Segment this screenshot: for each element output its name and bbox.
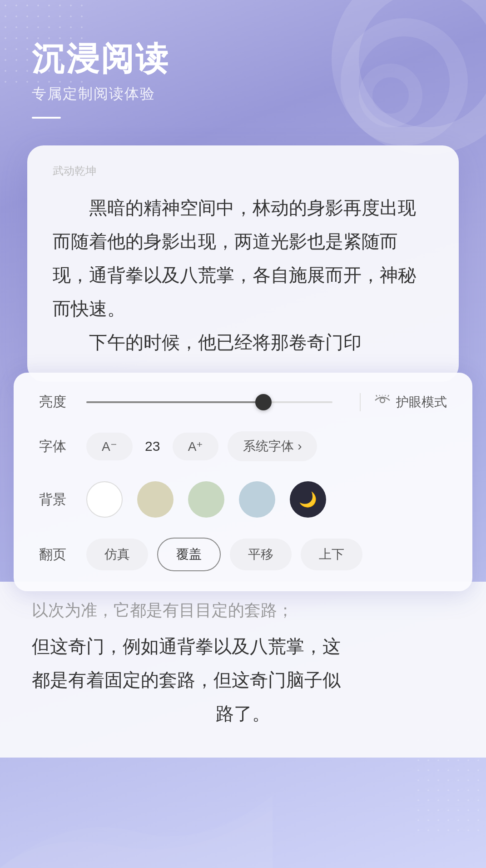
- page-btn-simulated[interactable]: 仿真: [86, 539, 148, 570]
- background-options: 🌙: [86, 481, 326, 518]
- slider-thumb[interactable]: [255, 394, 272, 410]
- font-type-button[interactable]: 系统字体 ›: [228, 431, 317, 461]
- page-label: 翻页: [39, 545, 75, 564]
- slider-track[interactable]: [86, 401, 332, 403]
- brightness-row: 亮度: [39, 393, 447, 411]
- reading-text: 黑暗的精神空间中，林动的身影再度出现而随着他的身影出现，两道光影也是紧随而现，通…: [53, 191, 433, 359]
- moon-icon: 🌙: [299, 491, 317, 508]
- eye-icon: [374, 395, 391, 409]
- bottom-reading-card: 以次为准，它都是有目目定的套路； 但这奇门，例如通背拳以及八荒掌，这 都是有着固…: [0, 582, 486, 758]
- reading-paragraph-2: 下午的时候，他已经将那卷奇门印: [53, 325, 433, 359]
- svg-line-4: [385, 395, 386, 396]
- font-size-display: 23: [142, 439, 164, 454]
- font-increase-button[interactable]: A⁺: [173, 433, 219, 460]
- bg-option-beige[interactable]: [137, 481, 174, 518]
- app-title: 沉浸阅读: [32, 41, 170, 77]
- bottom-line-1: 但这奇门，例如通背拳以及八荒掌，这: [32, 629, 454, 663]
- page-row: 翻页 仿真 覆盖 平移 上下: [39, 538, 447, 571]
- page-content: 仿真 覆盖 平移 上下: [86, 538, 447, 571]
- bg-option-green[interactable]: [188, 481, 224, 518]
- page-options: 仿真 覆盖 平移 上下: [86, 538, 362, 571]
- bg-option-blue[interactable]: [239, 481, 275, 518]
- bg-option-dark[interactable]: 🌙: [290, 481, 326, 518]
- background-label: 背景: [39, 490, 75, 509]
- font-controls: A⁻ 23 A⁺ 系统字体 ›: [86, 431, 447, 461]
- background-row: 背景 🌙: [39, 481, 447, 518]
- page-btn-cover[interactable]: 覆盖: [157, 538, 221, 571]
- page-btn-scroll[interactable]: 上下: [301, 539, 362, 570]
- background-content: 🌙: [86, 481, 447, 518]
- brightness-content: 护眼模式: [86, 393, 447, 411]
- svg-line-5: [388, 395, 389, 397]
- bg-option-white[interactable]: [86, 481, 123, 518]
- book-title: 武动乾坤: [53, 164, 433, 178]
- brightness-divider: [360, 393, 361, 411]
- header-divider: [32, 117, 61, 119]
- font-decrease-button[interactable]: A⁻: [86, 433, 133, 460]
- bg-circle-3: [359, 64, 422, 127]
- reading-paragraph-1: 黑暗的精神空间中，林动的身影再度出现而随着他的身影出现，两道光影也是紧随而现，通…: [53, 191, 433, 325]
- svg-line-1: [376, 395, 377, 397]
- blurred-text-line: 以次为准，它都是有目目定的套路；: [32, 595, 454, 626]
- brightness-label: 亮度: [39, 393, 75, 411]
- bottom-line-3: 路了。: [32, 697, 454, 730]
- slider-fill: [86, 401, 263, 403]
- font-label: 字体: [39, 437, 75, 456]
- svg-line-2: [379, 395, 380, 396]
- settings-panel: 亮度: [14, 373, 472, 591]
- app-subtitle: 专属定制阅读体验: [32, 84, 170, 104]
- eye-mode[interactable]: 护眼模式: [374, 394, 447, 411]
- svg-point-0: [380, 398, 385, 403]
- reading-card: 武动乾坤 黑暗的精神空间中，林动的身影再度出现而随着他的身影出现，两道光影也是紧…: [27, 145, 459, 382]
- brightness-slider-wrapper: [86, 401, 332, 403]
- bottom-reading-text: 以次为准，它都是有目目定的套路； 但这奇门，例如通背拳以及八荒掌，这 都是有着固…: [32, 595, 454, 730]
- header: 沉浸阅读 专属定制阅读体验: [32, 41, 170, 119]
- font-row: 字体 A⁻ 23 A⁺ 系统字体 ›: [39, 431, 447, 461]
- page-btn-slide[interactable]: 平移: [230, 539, 292, 570]
- eye-mode-label: 护眼模式: [396, 394, 447, 411]
- bottom-line-2: 都是有着固定的套路，但这奇门脑子似: [32, 663, 454, 697]
